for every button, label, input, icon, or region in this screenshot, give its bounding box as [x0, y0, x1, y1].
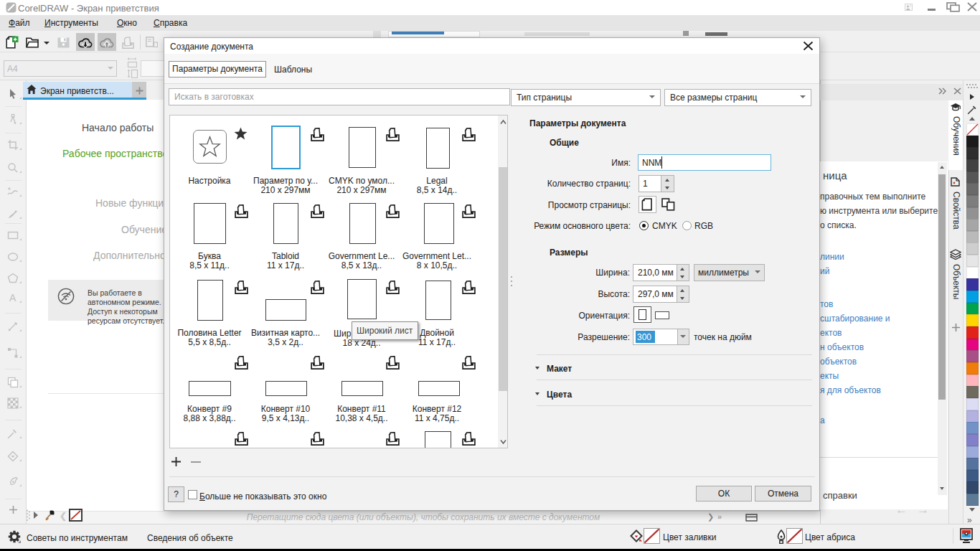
svg-text:A: A [9, 292, 17, 303]
